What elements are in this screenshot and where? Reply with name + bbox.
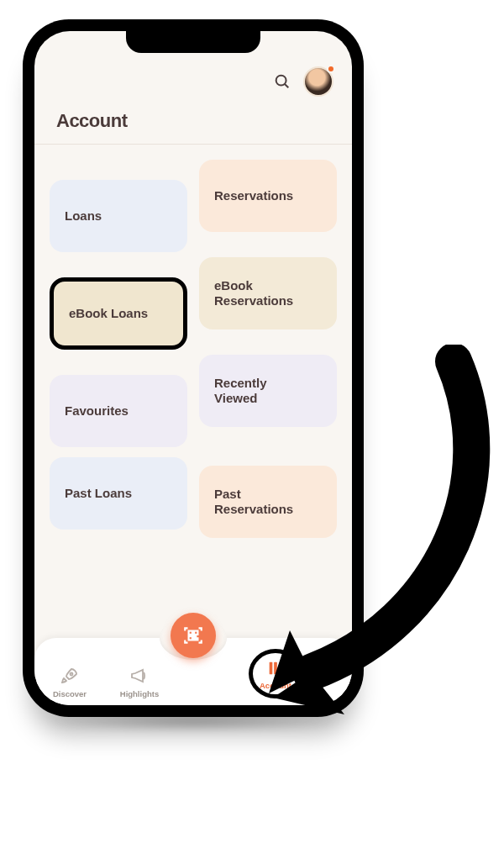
svg-point-5 bbox=[71, 673, 73, 676]
card-past-loans[interactable]: Past Loans bbox=[50, 457, 187, 530]
nav-label: Account bbox=[260, 681, 291, 690]
phone-frame: Account Reservations Loans eBook Reserva… bbox=[23, 19, 364, 717]
nav-label: Discover bbox=[53, 689, 87, 698]
phone-screen: Account Reservations Loans eBook Reserva… bbox=[34, 31, 352, 705]
phone-notch bbox=[126, 31, 260, 53]
rocket-icon bbox=[59, 665, 81, 687]
card-reservations[interactable]: Reservations bbox=[199, 160, 337, 232]
card-favourites[interactable]: Favourites bbox=[50, 375, 187, 447]
nav-label: Highlights bbox=[120, 689, 159, 698]
nav-account-highlight: Account bbox=[249, 649, 302, 698]
card-label: Past Loans bbox=[65, 486, 132, 501]
notification-dot bbox=[327, 65, 335, 73]
nav-discover[interactable]: Discover bbox=[43, 665, 97, 698]
svg-rect-2 bbox=[189, 631, 192, 635]
svg-rect-7 bbox=[274, 662, 277, 675]
card-label: Recently Viewed bbox=[214, 376, 267, 406]
card-label: Reservations bbox=[214, 188, 293, 203]
card-label: eBook Loans bbox=[69, 306, 148, 321]
card-label: Loans bbox=[65, 208, 102, 224]
search-icon[interactable] bbox=[273, 72, 291, 91]
card-recently-viewed[interactable]: Recently Viewed bbox=[199, 355, 337, 427]
page-title-wrap: Account bbox=[34, 110, 352, 144]
card-label: Favourites bbox=[65, 403, 129, 419]
svg-point-0 bbox=[276, 76, 286, 86]
card-ebook-loans[interactable]: eBook Loans bbox=[50, 277, 187, 350]
bottom-nav: Discover Highlights bbox=[34, 638, 352, 705]
card-label: eBook Reservations bbox=[214, 278, 293, 308]
cards-grid: Reservations Loans eBook Reservations eB… bbox=[34, 145, 352, 638]
svg-rect-4 bbox=[189, 636, 192, 640]
page-title: Account bbox=[56, 110, 330, 132]
nav-account[interactable]: Account bbox=[257, 657, 294, 690]
card-label: Past Reservations bbox=[214, 487, 293, 517]
svg-rect-8 bbox=[278, 662, 283, 674]
avatar-button[interactable] bbox=[303, 66, 333, 97]
svg-line-1 bbox=[285, 84, 288, 87]
nav-highlights[interactable]: Highlights bbox=[113, 665, 166, 698]
megaphone-icon bbox=[129, 665, 150, 687]
card-past-reservations[interactable]: Past Reservations bbox=[199, 466, 337, 538]
svg-rect-3 bbox=[194, 631, 197, 635]
books-icon bbox=[265, 657, 286, 679]
card-ebook-reservations[interactable]: eBook Reservations bbox=[199, 257, 337, 329]
qr-scan-button[interactable] bbox=[171, 613, 216, 658]
svg-rect-6 bbox=[270, 662, 273, 675]
card-loans[interactable]: Loans bbox=[50, 180, 187, 252]
